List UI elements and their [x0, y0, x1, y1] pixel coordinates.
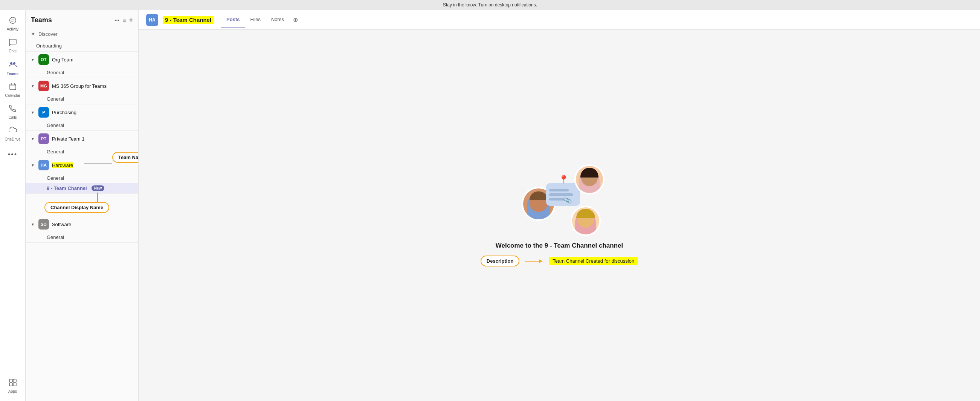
main-content: HA 9 - Team Channel Posts Files Notes ⊕	[138, 10, 980, 401]
teams-sidebar: Teams ··· ≡ + ✦ Discover Onboarding	[25, 10, 138, 401]
chat-icon	[9, 38, 17, 48]
sidebar-item-chat[interactable]: Chat	[0, 35, 25, 56]
sidebar-add-button[interactable]: +	[129, 16, 133, 24]
sidebar-item-activity[interactable]: Activity	[0, 13, 25, 34]
chat-label: Chat	[9, 49, 17, 53]
apps-icon	[9, 379, 17, 388]
sidebar-item-onedrive[interactable]: OneDrive	[0, 123, 25, 144]
channel-header-title: 9 - Team Channel	[163, 16, 213, 24]
onboarding-name: Onboarding	[36, 43, 62, 49]
teams-label: Teams	[7, 72, 19, 76]
channel-hardware-general-name: General	[47, 175, 64, 181]
channel-software-general-name: General	[47, 235, 64, 240]
team-onboarding-row[interactable]: Onboarding	[25, 40, 138, 51]
svg-rect-5	[10, 383, 13, 386]
channel-tabs: Posts Files Notes ⊕	[221, 11, 302, 28]
annotation-arrow-channel	[94, 191, 116, 209]
main-body: 📍 📎 We	[138, 30, 980, 401]
team-org: ▼ OT Org Team General	[25, 52, 138, 78]
sidebar-item-calls[interactable]: Calls	[0, 101, 25, 123]
channel-ms365-general[interactable]: General	[25, 94, 138, 104]
hardware-chevron: ▼	[31, 163, 35, 167]
tab-files[interactable]: Files	[245, 11, 266, 28]
channel-purchasing-general[interactable]: General	[25, 120, 138, 130]
sidebar-more-button[interactable]: ···	[115, 17, 119, 24]
sidebar-header: Teams ··· ≡ +	[25, 10, 138, 28]
svg-rect-6	[13, 383, 16, 386]
more-button[interactable]: •••	[0, 148, 25, 161]
chat-bubble	[546, 183, 580, 206]
description-annotation: Description	[480, 256, 520, 267]
welcome-container: 📍 📎 We	[480, 164, 638, 267]
calendar-icon	[9, 83, 17, 92]
svg-point-1	[13, 62, 16, 64]
sidebar-item-teams[interactable]: Teams	[0, 57, 25, 79]
activity-label: Activity	[7, 27, 19, 31]
channel-org-general[interactable]: General	[25, 67, 138, 78]
location-pin: 📍	[558, 175, 569, 185]
calls-label: Calls	[8, 115, 17, 120]
description-value: Team Channel Created for discussion	[549, 257, 638, 265]
svg-point-0	[10, 62, 13, 64]
channel-org-general-name: General	[47, 70, 64, 75]
team-org-row[interactable]: ▼ OT Org Team	[25, 52, 138, 67]
svg-rect-2	[10, 84, 16, 90]
sidebar-filter-button[interactable]: ≡	[123, 17, 126, 24]
software-avatar: SO	[38, 219, 49, 230]
team-hardware-row[interactable]: ▼ HA Hardware Team Name	[25, 157, 138, 173]
channel-header-avatar: HA	[146, 14, 158, 26]
channel-header: HA 9 - Team Channel Posts Files Notes ⊕	[138, 10, 980, 30]
channel-software-general[interactable]: General	[25, 232, 138, 242]
team-software-row[interactable]: ▼ SO Software	[25, 216, 138, 232]
team-ms365-row[interactable]: ▼ MG MS 365 Group for Teams	[25, 78, 138, 94]
purchasing-avatar: P	[38, 107, 49, 118]
tab-posts[interactable]: Posts	[221, 11, 245, 28]
welcome-title: Welcome to the 9 - Team Channel channel	[496, 242, 623, 249]
channel-team-channel[interactable]: 9 - Team Channel New Channel Display Nam…	[25, 183, 138, 193]
team-ms365: ▼ MG MS 365 Group for Teams General	[25, 78, 138, 104]
software-name: Software	[52, 222, 71, 227]
org-chevron: ▼	[31, 58, 35, 62]
discover-label: Discover	[38, 31, 57, 37]
org-avatar: OT	[38, 54, 49, 65]
channel-purchasing-general-name: General	[47, 123, 64, 128]
tab-notes[interactable]: Notes	[266, 11, 289, 28]
software-chevron: ▼	[31, 222, 35, 227]
description-row: Description Team Channel Created for dis…	[480, 256, 638, 267]
channel-private-general-name: General	[47, 149, 64, 155]
private-name: Private Team 1	[52, 136, 84, 142]
onedrive-icon	[9, 126, 17, 136]
sidebar-item-calendar[interactable]: Calendar	[0, 80, 25, 101]
person-2	[574, 164, 605, 195]
ms365-avatar: MG	[38, 81, 49, 91]
tab-add-button[interactable]: ⊕	[289, 13, 302, 27]
icon-rail: Activity Chat Teams	[0, 10, 25, 401]
svg-rect-3	[10, 379, 13, 382]
new-badge: New	[92, 185, 105, 191]
people-illustration: 📍 📎	[510, 164, 608, 236]
purchasing-name: Purchasing	[52, 110, 76, 115]
activity-icon	[9, 16, 17, 26]
channel-hardware-general[interactable]: General	[25, 173, 138, 183]
channel-display-name-annotation: Channel Display Name	[45, 202, 109, 213]
hardware-name: Hardware	[52, 163, 73, 168]
team-private-row[interactable]: ▼ PT Private Team 1	[25, 131, 138, 147]
description-arrow	[525, 257, 544, 265]
apps-label: Apps	[8, 389, 17, 393]
ms365-name: MS 365 Group for Teams	[52, 83, 107, 89]
private-avatar: PT	[38, 133, 49, 144]
private-chevron: ▼	[31, 137, 35, 141]
notification-text: Stay in the know. Turn on desktop notifi…	[443, 2, 537, 8]
channel-private-general[interactable]: General	[25, 147, 138, 157]
calendar-label: Calendar	[5, 93, 20, 97]
team-software: ▼ SO Software General	[25, 216, 138, 243]
more-icon: •••	[8, 151, 18, 158]
ms365-chevron: ▼	[31, 84, 35, 88]
discover-item[interactable]: ✦ Discover	[25, 28, 138, 40]
team-purchasing-row[interactable]: ▼ P Purchasing	[25, 104, 138, 120]
apps-button[interactable]: Apps	[0, 375, 25, 396]
team-private: ▼ PT Private Team 1 General	[25, 131, 138, 157]
org-name: Org Team	[52, 57, 73, 62]
sidebar-scroll: ✦ Discover Onboarding ▼ OT Org Team Gene…	[25, 28, 138, 401]
svg-rect-4	[13, 379, 16, 382]
